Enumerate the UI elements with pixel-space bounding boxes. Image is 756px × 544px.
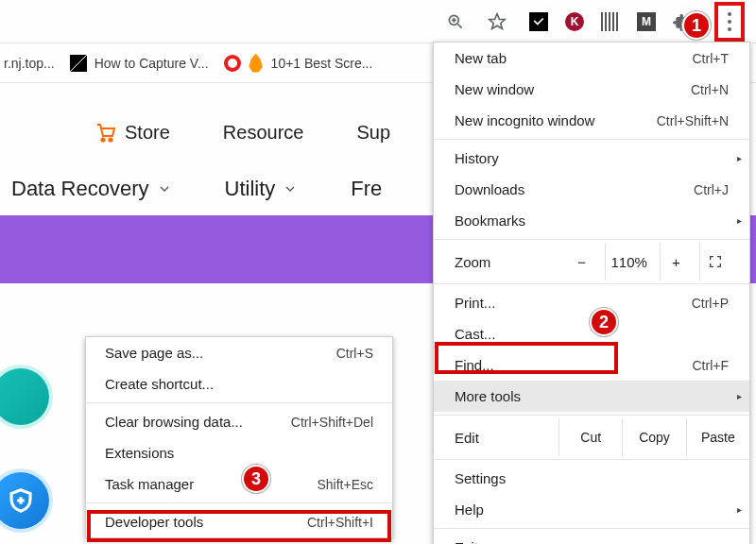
- annotation-box-2: [435, 342, 618, 374]
- extensions-area: K M: [529, 12, 692, 31]
- submenu-clear-data[interactable]: Clear browsing data...Ctrl+Shift+Del: [86, 406, 392, 437]
- favicon-icon: [224, 55, 241, 72]
- app-badge-blue: [0, 472, 49, 529]
- svg-point-6: [728, 20, 731, 24]
- annotation-marker-2: 2: [590, 308, 618, 336]
- svg-marker-4: [490, 13, 506, 28]
- menu-downloads[interactable]: DownloadsCtrl+J: [434, 174, 749, 205]
- menu-help[interactable]: Help: [434, 494, 749, 525]
- menu-edit-row: Edit Cut Copy Paste: [434, 418, 749, 456]
- cart-icon: [94, 121, 117, 144]
- nav-free-truncated[interactable]: Fre: [351, 177, 382, 201]
- fullscreen-icon: [708, 254, 723, 269]
- menu-settings[interactable]: Settings: [434, 463, 749, 494]
- nav-store[interactable]: Store: [94, 121, 170, 144]
- svg-line-1: [458, 24, 462, 27]
- menu-new-incognito[interactable]: New incognito windowCtrl+Shift+N: [434, 105, 749, 136]
- plus-shield-icon: [7, 486, 35, 515]
- menu-zoom-row: Zoom − 110% +: [434, 243, 749, 280]
- svg-point-7: [728, 27, 731, 31]
- extension-icon-2[interactable]: K: [565, 12, 584, 31]
- chevron-down-icon: [283, 181, 298, 196]
- menu-new-window[interactable]: New windowCtrl+N: [434, 74, 749, 105]
- bookmark-label: 10+1 Best Scre...: [271, 56, 373, 71]
- menu-bookmarks[interactable]: Bookmarks: [434, 205, 749, 236]
- favicon-icon: [70, 55, 87, 72]
- submenu-extensions[interactable]: Extensions: [86, 437, 392, 468]
- submenu-task-manager[interactable]: Task managerShift+Esc: [86, 468, 392, 500]
- extension-icon-4[interactable]: M: [637, 12, 656, 31]
- menu-history[interactable]: History: [434, 143, 749, 174]
- annotation-marker-1: 1: [682, 11, 711, 40]
- svg-point-5: [728, 12, 731, 16]
- submenu-save-page[interactable]: Save page as...Ctrl+S: [86, 337, 392, 368]
- submenu-create-shortcut[interactable]: Create shortcut...: [86, 368, 392, 400]
- bookmark-item[interactable]: 10+1 Best Scre...: [224, 54, 373, 73]
- kebab-menu-button[interactable]: [714, 2, 745, 42]
- nav-support-truncated[interactable]: Sup: [356, 122, 390, 144]
- zoom-icon[interactable]: [446, 12, 465, 31]
- nav-resource[interactable]: Resource: [223, 122, 304, 144]
- svg-point-8: [101, 138, 104, 141]
- annotation-marker-3: 3: [242, 465, 270, 493]
- zoom-value: 110%: [605, 243, 652, 280]
- chrome-main-menu: New tabCtrl+T New windowCtrl+N New incog…: [433, 42, 750, 544]
- zoom-label: Zoom: [455, 254, 558, 270]
- chevron-down-icon: [157, 181, 172, 196]
- zoom-in-button[interactable]: +: [660, 243, 691, 280]
- extension-icon-1[interactable]: [529, 12, 548, 31]
- nav-utility[interactable]: Utility: [225, 177, 299, 201]
- site-nav-row-1: Store Resource Sup: [0, 104, 390, 161]
- edit-cut[interactable]: Cut: [558, 418, 622, 456]
- site-nav-row-2: Data Recovery Utility Fre: [0, 161, 382, 217]
- edit-copy[interactable]: Copy: [622, 418, 685, 456]
- annotation-box-3: [87, 510, 391, 542]
- extension-icon-3[interactable]: [601, 12, 620, 31]
- nav-data-recovery[interactable]: Data Recovery: [11, 177, 172, 201]
- bookmark-label: How to Capture V...: [94, 56, 209, 71]
- star-icon[interactable]: [488, 12, 507, 31]
- bookmark-item[interactable]: r.nj.top...: [4, 56, 55, 71]
- menu-new-tab[interactable]: New tabCtrl+T: [434, 42, 749, 74]
- favicon-icon: [249, 54, 264, 73]
- fullscreen-button[interactable]: [699, 243, 730, 280]
- browser-toolbar: K M: [0, 0, 756, 43]
- bookmark-item[interactable]: How to Capture V...: [70, 55, 209, 72]
- svg-point-9: [109, 138, 112, 141]
- menu-more-tools[interactable]: More tools: [434, 381, 749, 412]
- more-tools-submenu: Save page as...Ctrl+S Create shortcut...…: [85, 336, 393, 538]
- app-badge-teal: [0, 368, 49, 425]
- zoom-out-button[interactable]: −: [566, 243, 597, 280]
- menu-exit[interactable]: Exit: [434, 532, 749, 544]
- bookmark-label: r.nj.top...: [4, 56, 55, 71]
- edit-label: Edit: [455, 430, 558, 446]
- edit-paste[interactable]: Paste: [686, 418, 749, 456]
